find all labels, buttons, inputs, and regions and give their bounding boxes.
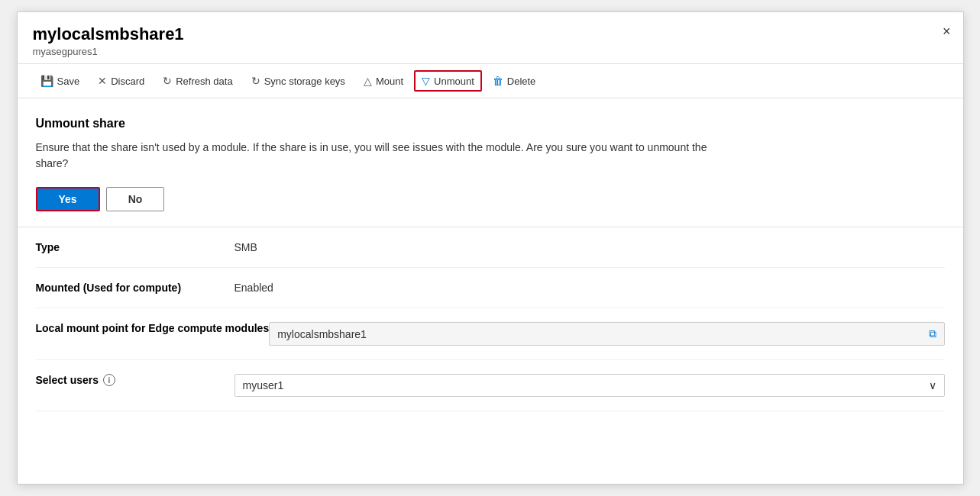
mounted-value: Enabled <box>234 282 945 294</box>
refresh-icon: ↻ <box>163 75 172 87</box>
info-icon: i <box>103 374 115 386</box>
delete-icon: 🗑 <box>493 75 503 87</box>
save-button[interactable]: 💾 Save <box>33 70 88 92</box>
details-section: Type SMB Mounted (Used for compute) Enab… <box>18 227 963 411</box>
mount-point-wrapper: mylocalsmbshare1 ⧉ <box>269 322 944 346</box>
copy-icon[interactable]: ⧉ <box>929 327 936 340</box>
sync-icon: ↻ <box>251 75 260 87</box>
no-button[interactable]: No <box>106 187 165 211</box>
panel-subtitle: myasegpures1 <box>33 46 948 57</box>
toolbar: 💾 Save ✕ Discard ↻ Refresh data ↻ Sync s… <box>18 64 963 98</box>
yes-button[interactable]: Yes <box>36 187 100 211</box>
sync-button[interactable]: ↻ Sync storage keys <box>244 70 353 92</box>
chevron-down-icon: ∨ <box>929 379 936 391</box>
mounted-row: Mounted (Used for compute) Enabled <box>36 268 945 308</box>
refresh-label: Refresh data <box>176 76 232 87</box>
select-users-row: Select users i myuser1 ∨ <box>36 360 945 411</box>
type-label: Type <box>36 241 234 253</box>
mount-point-label: Local mount point for Edge compute modul… <box>36 322 270 334</box>
discard-button[interactable]: ✕ Discard <box>90 70 152 92</box>
confirmation-section: Unmount share Ensure that the share isn'… <box>18 98 963 227</box>
mount-button[interactable]: △ Mount <box>356 70 411 92</box>
close-button[interactable]: × <box>943 24 951 38</box>
select-users-wrapper: myuser1 ∨ <box>234 374 945 397</box>
mount-point-field: mylocalsmbshare1 ⧉ <box>269 322 944 346</box>
unmount-icon: ▽ <box>422 75 430 87</box>
mount-label: Mount <box>376 76 403 87</box>
discard-icon: ✕ <box>98 75 107 87</box>
select-users-label: Select users i <box>36 374 234 386</box>
discard-label: Discard <box>111 76 144 87</box>
mount-point-value: mylocalsmbshare1 <box>277 328 928 340</box>
save-icon: 💾 <box>40 75 53 87</box>
refresh-button[interactable]: ↻ Refresh data <box>155 70 240 92</box>
panel-title: mylocalsmbshare1 <box>33 24 948 44</box>
mount-icon: △ <box>364 75 372 87</box>
confirmation-title: Unmount share <box>36 117 945 130</box>
type-value: SMB <box>234 241 945 253</box>
main-panel: mylocalsmbshare1 myasegpures1 × 💾 Save ✕… <box>17 11 964 485</box>
confirmation-text: Ensure that the share isn't used by a mo… <box>36 140 723 172</box>
unmount-label: Unmount <box>434 76 474 87</box>
mounted-label: Mounted (Used for compute) <box>36 282 234 294</box>
select-users-value: myuser1 <box>243 379 284 391</box>
mount-point-row: Local mount point for Edge compute modul… <box>36 308 945 360</box>
unmount-button[interactable]: ▽ Unmount <box>414 70 482 92</box>
sync-label: Sync storage keys <box>264 76 345 87</box>
delete-label: Delete <box>507 76 536 87</box>
save-label: Save <box>57 76 80 87</box>
confirm-buttons: Yes No <box>36 187 945 211</box>
panel-header: mylocalsmbshare1 myasegpures1 × <box>18 12 963 64</box>
type-row: Type SMB <box>36 227 945 268</box>
delete-button[interactable]: 🗑 Delete <box>485 70 544 92</box>
select-users-dropdown[interactable]: myuser1 ∨ <box>234 374 945 397</box>
